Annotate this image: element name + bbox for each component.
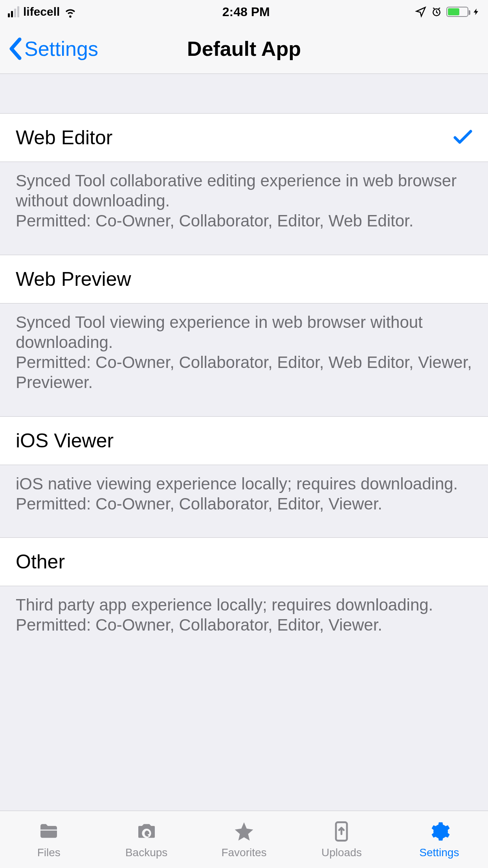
upload-icon [330, 820, 352, 844]
wifi-icon [64, 5, 77, 18]
back-label: Settings [24, 37, 98, 61]
option-title: Other [16, 550, 65, 573]
chevron-left-icon [8, 37, 22, 61]
option-description: Synced Tool collaborative editing experi… [0, 162, 488, 255]
status-left: lifecell [8, 5, 77, 18]
page-title: Default App [187, 37, 301, 61]
battery-icon [446, 7, 468, 17]
tab-label: Favorites [221, 846, 266, 859]
option-row-web-preview[interactable]: Web Preview [0, 255, 488, 303]
status-bar: lifecell 2:48 PM [0, 0, 488, 24]
tab-settings[interactable]: Settings [391, 811, 488, 868]
option-row-ios-viewer[interactable]: iOS Viewer [0, 416, 488, 465]
option-title: iOS Viewer [16, 429, 114, 452]
carrier-label: lifecell [23, 5, 60, 18]
gear-icon [428, 820, 450, 844]
option-title: Web Editor [16, 126, 112, 149]
option-description: Third party app experience locally; requ… [0, 586, 488, 658]
tab-bar: Files Backups Favorites Uploads Settings [0, 811, 488, 868]
folder-icon [38, 820, 60, 844]
option-description: iOS native viewing experience locally; r… [0, 465, 488, 537]
status-time: 2:48 PM [222, 5, 270, 19]
content-area: Web Editor Synced Tool collaborative edi… [0, 74, 488, 811]
tab-label: Backups [125, 846, 167, 859]
tab-backups[interactable]: Backups [97, 811, 195, 868]
star-icon [233, 820, 255, 844]
alarm-icon [431, 6, 442, 18]
tab-label: Settings [419, 846, 459, 859]
location-icon [415, 6, 427, 18]
option-description: Synced Tool viewing experience in web br… [0, 303, 488, 416]
tab-favorites[interactable]: Favorites [195, 811, 293, 868]
option-row-web-editor[interactable]: Web Editor [0, 113, 488, 162]
cell-signal-icon [8, 6, 19, 17]
charging-icon [472, 6, 480, 18]
tab-label: Files [37, 846, 61, 859]
checkmark-icon [453, 129, 472, 146]
tab-label: Uploads [321, 846, 362, 859]
nav-bar: Settings Default App [0, 24, 488, 74]
back-button[interactable]: Settings [8, 37, 98, 61]
tab-uploads[interactable]: Uploads [293, 811, 390, 868]
tab-files[interactable]: Files [0, 811, 97, 868]
option-title: Web Preview [16, 268, 131, 291]
status-right [415, 6, 480, 18]
backup-icon [136, 820, 158, 844]
option-row-other[interactable]: Other [0, 537, 488, 586]
